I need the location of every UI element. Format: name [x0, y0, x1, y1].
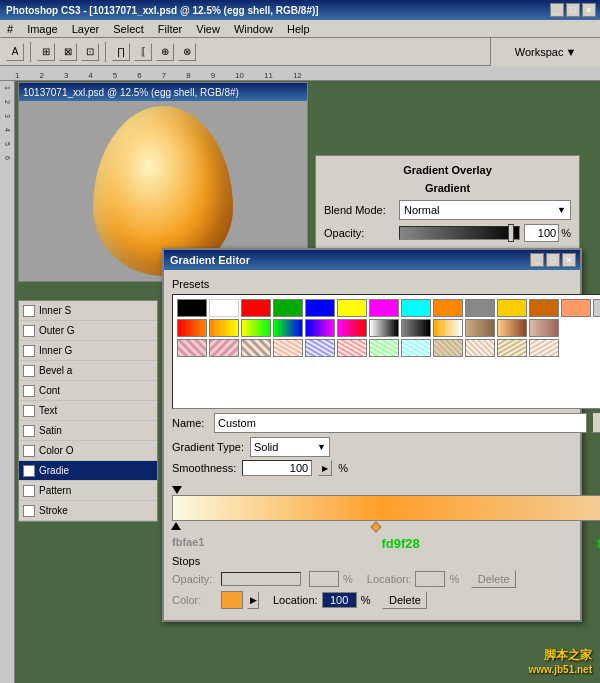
new-button[interactable]: New [593, 413, 600, 433]
layer-checkbox-bevel[interactable] [23, 365, 35, 377]
menu-item-view[interactable]: View [193, 22, 223, 36]
opacity-stops-slider[interactable] [221, 572, 301, 586]
tex-swatch-10[interactable] [465, 339, 495, 357]
layer-item-cont[interactable]: Cont [19, 381, 157, 401]
grad-swatch-10[interactable] [465, 319, 495, 337]
color-swatch[interactable] [221, 591, 243, 609]
grad-swatch-5[interactable] [305, 319, 335, 337]
menu-item-layer[interactable]: Layer [69, 22, 103, 36]
swatch-cyan[interactable] [401, 299, 431, 317]
swatch-yellow[interactable] [337, 299, 367, 317]
layer-item-gradient[interactable]: ✓ Gradie [19, 461, 157, 481]
layer-checkbox-outer-glow[interactable] [23, 325, 35, 337]
swatch-black[interactable] [177, 299, 207, 317]
grad-swatch-7[interactable] [369, 319, 399, 337]
dialog-minimize[interactable]: _ [530, 253, 544, 267]
color-delete-btn[interactable]: Delete [382, 591, 427, 609]
menu-item-window[interactable]: Window [231, 22, 276, 36]
grad-swatch-4[interactable] [273, 319, 303, 337]
grad-swatch-8[interactable] [401, 319, 431, 337]
dialog-close[interactable]: × [562, 253, 576, 267]
layer-checkbox-gradient[interactable]: ✓ [23, 465, 35, 477]
tool-icon-2[interactable]: ⊞ [37, 43, 55, 61]
grad-swatch-1[interactable] [177, 319, 207, 337]
opacity-thumb[interactable] [508, 224, 514, 242]
grad-swatch-12[interactable] [529, 319, 559, 337]
tex-swatch-1[interactable] [177, 339, 207, 357]
layer-checkbox-cont[interactable] [23, 385, 35, 397]
tex-swatch-9[interactable] [433, 339, 463, 357]
tool-icon-8[interactable]: ⊗ [178, 43, 196, 61]
layer-item-bevel[interactable]: Bevel a [19, 361, 157, 381]
color-stop-left[interactable] [171, 522, 181, 530]
layer-item-inner-glow[interactable]: Inner G [19, 341, 157, 361]
layer-checkbox-satin[interactable] [23, 425, 35, 437]
menu-item-help[interactable]: Help [284, 22, 313, 36]
layer-item-pattern[interactable]: Pattern [19, 481, 157, 501]
opacity-slider[interactable] [399, 226, 520, 240]
tex-swatch-8[interactable] [401, 339, 431, 357]
swatch-blue[interactable] [305, 299, 335, 317]
gradient-type-select[interactable]: Solid ▼ [250, 437, 330, 457]
layer-item-text[interactable]: Text [19, 401, 157, 421]
tool-icon-3[interactable]: ⊠ [59, 43, 77, 61]
opacity-pct-input[interactable] [309, 571, 339, 587]
layer-checkbox-text[interactable] [23, 405, 35, 417]
name-input[interactable] [214, 413, 587, 433]
menu-item-filter[interactable]: Filter [155, 22, 185, 36]
swatch-green[interactable] [273, 299, 303, 317]
smoothness-input[interactable]: 100 [242, 460, 312, 476]
location-input-opacity[interactable] [415, 571, 445, 587]
grad-swatch-2[interactable] [209, 319, 239, 337]
dialog-controls[interactable]: _ □ × [530, 253, 576, 267]
swatch-gray[interactable] [465, 299, 495, 317]
tool-icon-6[interactable]: ⟦ [134, 43, 152, 61]
tool-icon-1[interactable]: A [6, 43, 24, 61]
close-btn[interactable]: × [582, 3, 596, 17]
menu-item-select[interactable]: Select [110, 22, 147, 36]
smoothness-slider-btn[interactable]: ▶ [318, 460, 332, 476]
layer-checkbox-stroke[interactable] [23, 505, 35, 517]
minimize-btn[interactable]: _ [550, 3, 564, 17]
tex-swatch-5[interactable] [305, 339, 335, 357]
layer-item-outer-glow[interactable]: Outer G [19, 321, 157, 341]
grad-swatch-9[interactable] [433, 319, 463, 337]
menu-item-image[interactable]: Image [24, 22, 61, 36]
color-arrow-btn[interactable]: ▶ [247, 591, 259, 609]
layer-item-stroke[interactable]: Stroke [19, 501, 157, 521]
gradient-bar[interactable] [172, 495, 600, 521]
layer-item-color[interactable]: Color O [19, 441, 157, 461]
layer-checkbox-color[interactable] [23, 445, 35, 457]
layer-checkbox-inner-shadow[interactable] [23, 305, 35, 317]
swatch-red[interactable] [241, 299, 271, 317]
swatch-brown[interactable] [529, 299, 559, 317]
layer-checkbox-pattern[interactable] [23, 485, 35, 497]
swatch-peach[interactable] [561, 299, 591, 317]
grad-swatch-11[interactable] [497, 319, 527, 337]
swatch-white[interactable] [209, 299, 239, 317]
swatch-silver[interactable] [593, 299, 600, 317]
tex-swatch-12[interactable] [529, 339, 559, 357]
dialog-maximize[interactable]: □ [546, 253, 560, 267]
tex-swatch-4[interactable] [273, 339, 303, 357]
menu-item-hash[interactable]: # [4, 22, 16, 36]
opacity-value[interactable]: 100 [524, 224, 559, 242]
tool-icon-7[interactable]: ⊕ [156, 43, 174, 61]
opacity-stop-left[interactable] [172, 486, 182, 494]
blend-mode-select[interactable]: Normal ▼ [399, 200, 571, 220]
tex-swatch-7[interactable] [369, 339, 399, 357]
tex-swatch-3[interactable] [241, 339, 271, 357]
layer-item-inner-shadow[interactable]: Inner S [19, 301, 157, 321]
layer-checkbox-inner-glow[interactable] [23, 345, 35, 357]
tex-swatch-6[interactable] [337, 339, 367, 357]
swatch-magenta[interactable] [369, 299, 399, 317]
swatch-gold[interactable] [497, 299, 527, 317]
grad-swatch-3[interactable] [241, 319, 271, 337]
tex-swatch-11[interactable] [497, 339, 527, 357]
color-stop-mid[interactable] [371, 521, 382, 532]
tool-icon-4[interactable]: ⊡ [81, 43, 99, 61]
layer-item-satin[interactable]: Satin [19, 421, 157, 441]
swatch-orange[interactable] [433, 299, 463, 317]
tool-icon-5[interactable]: ∏ [112, 43, 130, 61]
opacity-delete-btn[interactable]: Delete [471, 570, 516, 588]
